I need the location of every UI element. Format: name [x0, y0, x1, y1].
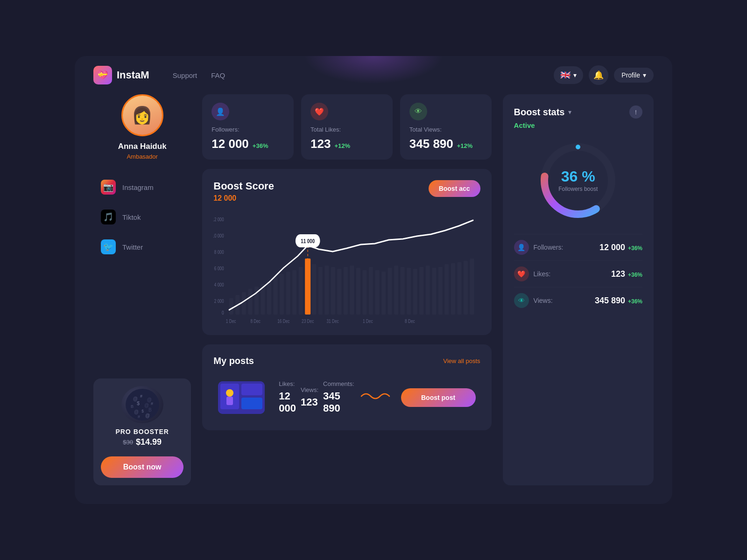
nav-support[interactable]: Support [173, 71, 197, 79]
chart-wrap: 12 000 10 000 8 000 6 000 4 000 2 000 0 [213, 212, 480, 324]
bs-views-change: +36% [628, 298, 642, 305]
donut-chart-wrap: 36 % Followers boost [514, 139, 642, 223]
svg-rect-73 [241, 398, 262, 409]
boost-stats-info: ! [629, 105, 642, 119]
post-likes-label: Likes: [279, 380, 296, 387]
chevron-down-icon: ▾ [573, 71, 577, 79]
bs-likes-val-row: 123 +36% [611, 269, 642, 279]
sidebar-item-tiktok[interactable]: 🎵 Tiktok [93, 204, 191, 230]
bs-views-icon: 👁 [514, 293, 529, 308]
stats-row: 👤 Followers: 12 000 +36% ❤️ Total Likes:… [202, 94, 491, 160]
likes-label: Total Likes: [310, 126, 383, 133]
boost-score-header: Boost Score 12 000 Boost acc [213, 180, 480, 203]
flag-icon: 🇬🇧 [560, 70, 571, 80]
bs-stat-left-views: 👁 Views: [514, 293, 553, 308]
boost-acc-button[interactable]: Boost acc [429, 180, 480, 197]
old-price: $30 [123, 439, 133, 446]
svg-rect-57 [464, 261, 468, 315]
svg-rect-31 [299, 267, 303, 315]
stat-card-likes: ❤️ Total Likes: 123 +12% [301, 94, 393, 160]
nav-faq[interactable]: FAQ [211, 71, 225, 79]
avatar-image: 👩 [123, 96, 162, 135]
bs-stat-left-followers: 👤 Followers: [514, 240, 564, 255]
views-value: 345 890 [409, 137, 453, 151]
svg-rect-72 [241, 384, 262, 395]
svg-rect-28 [280, 274, 284, 315]
bs-followers-name: Followers: [534, 244, 564, 251]
svg-rect-44 [381, 272, 386, 315]
tiktok-label: Tiktok [122, 213, 141, 221]
svg-text:@: @ [134, 409, 139, 414]
post-wave-icon [359, 389, 396, 406]
profile-button[interactable]: Profile ▾ [614, 68, 654, 83]
sphere-svg: @ # @ B $ @ # @ $ B # @ [124, 387, 161, 422]
followers-label: Followers: [211, 126, 284, 133]
svg-text:#: # [140, 394, 142, 399]
likes-icon: ❤️ [310, 103, 328, 120]
boost-post-button[interactable]: Boost post [401, 388, 476, 407]
boost-score-card: Boost Score 12 000 Boost acc 12 000 10 0… [202, 169, 491, 335]
post-comments-label: Comments: [323, 380, 354, 387]
notifications-button[interactable]: 🔔 [589, 65, 608, 85]
views-change: +12% [457, 142, 473, 149]
donut-center: 36 % Followers boost [558, 169, 598, 192]
svg-text:@: @ [145, 413, 150, 418]
svg-text:6 000: 6 000 [214, 266, 224, 271]
boost-active-status: Active [514, 121, 642, 129]
post-thumbnail [218, 381, 265, 414]
svg-text:4 000: 4 000 [214, 282, 224, 287]
booster-icon-wrap: @ # @ B $ @ # @ $ B # @ [101, 386, 183, 423]
svg-rect-22 [242, 292, 246, 315]
stat-card-views: 👁 Total Views: 345 890 +12% [400, 94, 492, 160]
boost-stats-title-row: Boost stats ▾ [514, 107, 572, 118]
logo-text: InstaM [117, 69, 149, 81]
likes-value-row: 123 +12% [310, 137, 383, 151]
sidebar-item-instagram[interactable]: 📷 Instagram [93, 174, 191, 200]
posts-title: My posts [213, 356, 254, 366]
svg-text:0: 0 [222, 310, 224, 315]
svg-text:31 Dec: 31 Dec [327, 318, 339, 324]
svg-rect-20 [229, 298, 233, 315]
bs-views-name: Views: [534, 297, 553, 304]
booster-title: PRO BOOSTER [101, 428, 183, 435]
svg-rect-45 [388, 268, 392, 315]
post-thumb-svg [218, 381, 265, 414]
svg-rect-50 [420, 267, 424, 315]
followers-change: +36% [253, 142, 268, 149]
svg-point-78 [576, 145, 580, 149]
profile-name: Anna Haiduk [118, 142, 167, 151]
pro-booster-card: @ # @ B $ @ # @ $ B # @ [93, 378, 191, 485]
svg-rect-40 [356, 268, 360, 315]
booster-price-row: $30 $14.99 [101, 437, 183, 447]
svg-rect-34 [318, 267, 323, 315]
views-value-row: 345 890 +12% [409, 137, 482, 151]
likes-change: +12% [334, 142, 350, 149]
svg-rect-29 [286, 272, 290, 315]
post-views-label: Views: [301, 386, 318, 393]
svg-rect-41 [363, 270, 367, 315]
donut-percent: 36 % [558, 169, 598, 184]
boost-now-button[interactable]: Boost now [101, 456, 183, 478]
svg-text:#: # [151, 401, 153, 406]
svg-text:23 Dec: 23 Dec [302, 318, 314, 324]
post-views-wrap: Views: 123 [301, 386, 318, 408]
followers-value: 12 000 [211, 137, 249, 151]
content-area: 👤 Followers: 12 000 +36% ❤️ Total Likes:… [202, 94, 491, 485]
language-button[interactable]: 🇬🇧 ▾ [554, 66, 583, 84]
view-all-posts[interactable]: View all posts [443, 357, 480, 364]
logo: 💝 InstaM [93, 66, 149, 84]
chevron-down-icon: ▾ [643, 71, 646, 79]
sidebar-item-twitter[interactable]: 🐦 Twitter [93, 234, 191, 260]
stat-card-followers: 👤 Followers: 12 000 +36% [202, 94, 294, 160]
boost-score-info: Boost Score 12 000 [213, 180, 274, 203]
svg-text:B: B [148, 407, 152, 413]
bs-followers-change: +36% [628, 245, 642, 252]
svg-text:11 000: 11 000 [301, 238, 315, 245]
post-comments-value: 345 890 [323, 390, 354, 414]
post-likes-value: 12 000 [279, 390, 296, 414]
boost-stats-chevron[interactable]: ▾ [568, 108, 571, 116]
platform-nav: 📷 Instagram 🎵 Tiktok 🐦 Twitter [93, 174, 191, 260]
navbar: 💝 InstaM Support FAQ 🇬🇧 ▾ 🔔 Profile ▾ [75, 56, 672, 94]
svg-text:1 Dec: 1 Dec [363, 318, 373, 324]
profile-role: Ambasador [127, 153, 157, 160]
